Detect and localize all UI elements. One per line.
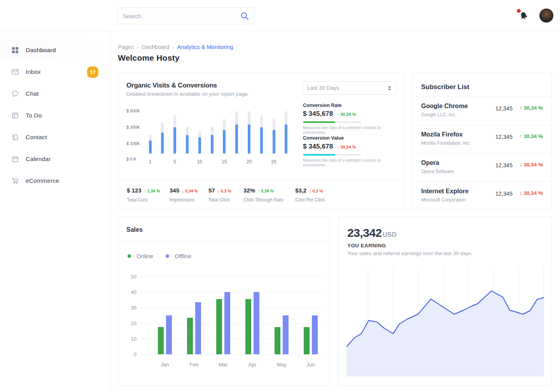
legend-dot: [128, 254, 131, 258]
stat-label: Cost Per Click: [295, 197, 325, 203]
sales-chart: [140, 276, 320, 354]
stat-label: Total Click: [208, 197, 231, 203]
stat-value-row: 345↓ 0,34 %: [170, 187, 198, 194]
stat-value: $ 123: [127, 187, 142, 194]
subscriber-change: ↑ 30,34 %: [520, 133, 543, 139]
subscriber-row[interactable]: Internet ExploreMicrosoft Corporation12,…: [413, 182, 551, 210]
gridline: [140, 354, 320, 355]
subscriber-name: Google Chrome: [421, 103, 468, 110]
sidebar-item-calendar[interactable]: Calendar: [0, 148, 110, 170]
stat-value-row: $ 123↑ 1,34 %: [127, 187, 160, 194]
sidebar-item-label: eCommerce: [26, 177, 59, 184]
sales-bar-online: [187, 318, 193, 354]
y-tick-label: 50: [126, 274, 136, 280]
search-box: [118, 7, 254, 24]
divider: [118, 241, 330, 242]
page-title: Welcome Hosty: [118, 53, 180, 63]
y-tick-label: 30: [126, 305, 136, 311]
stat-value-row: 57↓ 0,3 %: [208, 187, 231, 194]
sidebar-item-label: To Do: [26, 112, 42, 119]
conversion-value-caption: Measures the ratio of a website's visito…: [303, 158, 396, 167]
sidebar-item-label: Chat: [26, 90, 39, 97]
subscriber-company: Opera Software: [421, 169, 454, 174]
topbar: [0, 0, 560, 31]
y-tick-label: 10: [126, 336, 136, 342]
breadcrumb-separator: ›: [137, 44, 138, 50]
stat-label: Total Cost: [127, 197, 160, 203]
y-tick-label: $ 500K: [126, 108, 140, 113]
notification-dot: [517, 9, 521, 13]
stat-cost-per-click: $3,2↓ 0,3 %Cost Per Click: [295, 187, 325, 203]
period-select[interactable]: Last 30 Days: [302, 81, 396, 94]
x-tick-label: Jan: [153, 362, 177, 368]
x-tick-label: Apr: [241, 362, 264, 368]
subscriber-company: Google LLC, Inc.: [421, 112, 456, 117]
subscriber-row[interactable]: Google ChromeGoogle LLC, Inc.12,345↑ 30,…: [413, 97, 551, 125]
x-tick-label: 25: [270, 159, 278, 164]
sidebar-item-contact[interactable]: Contact: [0, 126, 110, 148]
sidebar-nav: DashboardInbox17ChatTo DoContactCalendar…: [0, 31, 110, 192]
earnings-card: 23,342 USD YOU EARNING Your sales and re…: [338, 217, 552, 386]
y-tick-label: 0: [126, 352, 136, 357]
legend-item-offline[interactable]: Offline: [166, 253, 191, 259]
search-icon[interactable]: [240, 11, 249, 21]
subscriber-change: ↓ 30,34 %: [520, 162, 543, 168]
earnings-label: YOU EARNING: [347, 243, 386, 248]
select-arrows-icon: [388, 86, 391, 91]
earnings-currency: USD: [383, 231, 397, 239]
sales-bar-offline: [195, 302, 201, 354]
organic-bar: [248, 111, 250, 154]
sidebar-item-inbox[interactable]: Inbox17: [0, 61, 110, 83]
earnings-amount: 23,342: [347, 226, 382, 240]
gridline: [140, 308, 320, 308]
stat-change: ↑ 0,34 %: [258, 189, 274, 193]
subscriber-list-card: Subscriber List Google ChromeGoogle LLC,…: [412, 73, 552, 210]
subscriber-name: Internet Explore: [421, 188, 469, 195]
calendar-icon: [12, 156, 19, 163]
subscriber-rows: Google ChromeGoogle LLC, Inc.12,345↑ 30,…: [413, 96, 551, 210]
search-input[interactable]: [118, 13, 240, 19]
x-tick-label: May: [270, 362, 293, 368]
subscriber-row[interactable]: Mozila FirefoxMozilla Foundation, Inc.12…: [413, 125, 551, 154]
sidebar-item-dashboard[interactable]: Dashboard: [0, 39, 110, 61]
todo-icon: [12, 112, 19, 119]
x-tick-label: Jun: [299, 362, 322, 368]
conversion-rate-caption: Measures the ratio of a website's visito…: [303, 125, 396, 135]
stat-change: ↑ 1,34 %: [144, 189, 160, 193]
conversion-value-block: Conversion Value $ 345,678 ↓ 30,34 % Mea…: [303, 135, 396, 167]
sidebar-item-to-do[interactable]: To Do: [0, 105, 110, 126]
stat-value-row: $3,2↓ 0,3 %: [295, 187, 325, 194]
breadcrumb-item[interactable]: Pages: [118, 44, 134, 50]
conversion-value-label: Conversion Value: [303, 135, 396, 141]
x-tick-label: 10: [195, 159, 204, 164]
subscriber-row[interactable]: OperaOpera Software12,345↓ 30,34 %: [413, 154, 551, 182]
breadcrumb-item[interactable]: Analytics & Monitoring: [177, 44, 233, 50]
gridline: [140, 292, 320, 292]
breadcrumb-separator: ›: [172, 44, 174, 50]
subscriber-change: ↑ 30,34 %: [520, 105, 543, 111]
conversion-rate-label: Conversion Rate: [303, 103, 396, 108]
inbox-badge: 17: [87, 66, 98, 78]
subscriber-count: 12,345: [495, 191, 513, 197]
organic-bar: [173, 115, 176, 154]
avatar[interactable]: [539, 9, 553, 23]
earnings-amount-row: 23,342 USD: [347, 226, 397, 240]
organic-visits-card: Organic Visits & Conversions Detailed br…: [118, 73, 404, 210]
legend-item-online[interactable]: Online: [128, 253, 153, 259]
subscriber-change: ↓ 30,34 %: [520, 190, 543, 196]
sales-bar-online: [245, 299, 251, 354]
gridline: [140, 276, 320, 277]
sidebar-item-ecommerce[interactable]: eCommerce: [0, 170, 110, 192]
sidebar-item-chat[interactable]: Chat: [0, 83, 110, 105]
breadcrumb-item[interactable]: Dashboard: [142, 44, 169, 50]
sales-card: Sales OnlineOffline 50403020100 JanFebMa…: [118, 217, 330, 386]
sales-bar-offline: [283, 315, 289, 354]
subscriber-name: Mozila Firefox: [421, 131, 463, 138]
notifications-button[interactable]: [517, 9, 530, 23]
stat-click-through-rate: 32%↑ 0,34 %Click-Through Rate: [243, 187, 284, 203]
period-select-value: Last 30 Days: [307, 85, 388, 91]
organic-card-title: Organic Visits & Conversions: [126, 82, 217, 89]
subscriber-company: Microsoft Corporation: [421, 197, 466, 203]
sales-bar-offline: [312, 315, 318, 354]
conversion-rate-change: ↑ 30,34 %: [337, 112, 356, 117]
